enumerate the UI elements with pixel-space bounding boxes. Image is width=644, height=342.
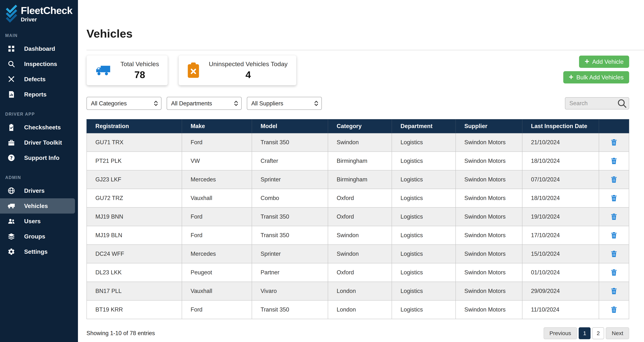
table-cell: 18/10/2024	[522, 152, 599, 170]
table-cell: VW	[182, 152, 252, 170]
table-cell: Vauxhall	[182, 282, 252, 300]
delete-row-button[interactable]	[609, 267, 619, 278]
table-cell: Mercedes	[182, 170, 252, 189]
column-header-category: Category	[328, 119, 392, 133]
delete-row-button[interactable]	[609, 304, 619, 315]
table-cell: Swindon Motors	[456, 170, 522, 189]
delete-row-button[interactable]	[609, 286, 619, 296]
table-cell: Ford	[182, 300, 252, 319]
trash-icon	[610, 176, 618, 183]
table-row: PT21 PLKVWCrafterBirminghamLogisticsSwin…	[87, 152, 629, 170]
trash-icon	[610, 195, 618, 202]
sidebar-section-label: ADMIN	[0, 175, 78, 183]
stat-value: 4	[246, 69, 251, 80]
trash-icon	[610, 287, 618, 295]
table-cell: Ford	[182, 133, 252, 152]
logo-title: FleetCheck	[21, 5, 72, 16]
delete-row-button[interactable]	[609, 249, 619, 259]
add-vehicle-button[interactable]: Add Vehicle	[579, 56, 629, 68]
sidebar-item-vehicles[interactable]: Vehicles	[0, 198, 75, 214]
delete-row-button[interactable]	[609, 156, 619, 166]
category-filter-select[interactable]: All Categories	[86, 97, 162, 110]
table-cell: Partner	[252, 263, 328, 282]
table-cell: GU72 TRZ	[87, 189, 182, 208]
table-cell: Logistics	[392, 170, 456, 189]
bulk-add-vehicles-button[interactable]: Bulk Add Vehicles	[563, 71, 629, 83]
table-cell-actions	[599, 300, 629, 319]
delete-row-button[interactable]	[609, 212, 619, 222]
table-row: GU71 TRXFordTransit 350SwindonLogisticsS…	[87, 133, 629, 152]
trash-icon	[610, 269, 618, 276]
pagination-page-1[interactable]: 1	[579, 327, 590, 339]
table-cell: Oxford	[328, 263, 392, 282]
table-cell-actions	[599, 170, 629, 189]
sidebar-item-defects[interactable]: Defects	[0, 72, 78, 87]
globe-icon	[7, 187, 16, 195]
table-cell: 15/10/2024	[522, 245, 599, 263]
clipboard-x-icon	[187, 62, 200, 78]
table-cell: Swindon Motors	[456, 300, 522, 319]
table-cell: Swindon	[328, 245, 392, 263]
sidebar-item-checksheets[interactable]: Checksheets	[0, 120, 78, 135]
delete-row-button[interactable]	[609, 193, 619, 203]
sidebar-item-support-info[interactable]: ?Support Info	[0, 150, 78, 165]
gear-icon	[7, 247, 16, 256]
search-input[interactable]	[565, 97, 629, 109]
supplier-filter-select[interactable]: All Suppliers	[247, 97, 322, 110]
page-title: Vehicles	[86, 28, 629, 39]
sidebar-item-label: Support Info	[24, 154, 60, 161]
sidebar-item-label: Drivers	[24, 187, 44, 194]
sidebar-item-label: Settings	[24, 248, 48, 255]
filter-row: All Categories All Departments All Suppl…	[86, 97, 629, 110]
table-cell: 17/10/2024	[522, 226, 599, 245]
table-row: DC24 WFFMercedesSprinterSwindonLogistics…	[87, 245, 629, 263]
table-row: BT19 KRRFordTransit 350LondonLogisticsSw…	[87, 300, 629, 319]
column-header-model: Model	[252, 119, 328, 133]
delete-row-button[interactable]	[609, 137, 619, 147]
table-cell: 21/10/2024	[522, 133, 599, 152]
sidebar-item-groups[interactable]: Groups	[0, 229, 78, 244]
table-cell: Swindon Motors	[456, 189, 522, 208]
table-cell: Sprinter	[252, 245, 328, 263]
table-cell: DL23 LKK	[87, 263, 182, 282]
sidebar-item-reports[interactable]: Reports	[0, 87, 78, 102]
table-cell: 07/10/2024	[522, 170, 599, 189]
fleetcheck-logo-icon	[6, 5, 18, 23]
search-icon	[7, 60, 16, 68]
table-cell: MJ19 BLN	[87, 226, 182, 245]
app-logo: FleetCheck Driver	[0, 0, 78, 25]
table-cell: Swindon Motors	[456, 152, 522, 170]
main-content: Vehicles Total Vehicles 78 Uninspected V…	[78, 0, 644, 342]
table-cell: Ford	[182, 226, 252, 245]
sidebar-item-inspections[interactable]: Inspections	[0, 56, 78, 72]
table-cell: Logistics	[392, 245, 456, 263]
table-cell-actions	[599, 226, 629, 245]
grid-icon	[7, 44, 16, 53]
showing-entries-text: Showing 1-10 of 78 entries	[86, 330, 155, 336]
table-cell: Transit 350	[252, 300, 328, 319]
pagination-next-button[interactable]: Next	[606, 327, 629, 339]
sidebar-item-drivers[interactable]: Drivers	[0, 183, 78, 198]
sidebar-item-dashboard[interactable]: Dashboard	[0, 41, 78, 56]
column-header-registration: Registration	[87, 119, 182, 133]
table-cell: Logistics	[392, 226, 456, 245]
sidebar-item-settings[interactable]: Settings	[0, 244, 78, 259]
delete-row-button[interactable]	[609, 174, 619, 185]
table-cell: 29/09/2024	[522, 282, 599, 300]
delete-row-button[interactable]	[609, 230, 619, 241]
sidebar-item-driver-toolkit[interactable]: Driver Toolkit	[0, 135, 78, 150]
pagination-page-2[interactable]: 2	[592, 327, 604, 339]
column-header-department: Department	[392, 119, 456, 133]
table-footer: Showing 1-10 of 78 entries Previous 1 2 …	[86, 327, 629, 339]
table-cell: Birmingham	[328, 152, 392, 170]
table-cell: Transit 350	[252, 208, 328, 226]
sidebar-section-label: MAIN	[0, 33, 78, 41]
table-cell: DC24 WFF	[87, 245, 182, 263]
pagination-previous-button[interactable]: Previous	[544, 327, 577, 339]
table-cell: Ford	[182, 208, 252, 226]
sidebar-section: MAINDashboardInspectionsDefectsReports	[0, 25, 78, 102]
sidebar-item-users[interactable]: Users	[0, 214, 78, 229]
department-filter-select[interactable]: All Departments	[167, 97, 242, 110]
title-divider	[86, 50, 644, 50]
table-cell: MJ19 BNN	[87, 208, 182, 226]
